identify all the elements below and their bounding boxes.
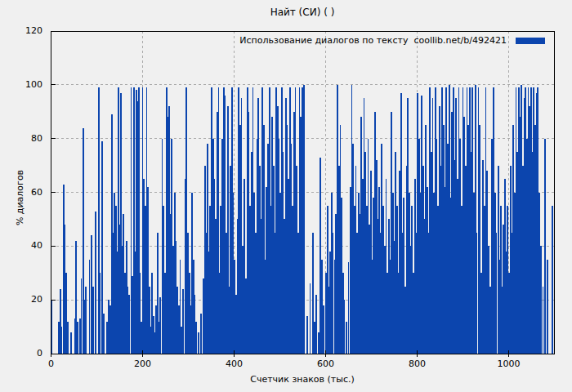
data-bar (340, 125, 342, 354)
data-bar (77, 322, 78, 354)
data-bar (279, 193, 281, 354)
data-bar (537, 87, 538, 354)
data-bar (529, 106, 530, 354)
data-bar (471, 87, 473, 354)
data-bar (101, 141, 103, 354)
data-bar (237, 219, 239, 354)
data-bar (459, 139, 461, 354)
data-bar (344, 300, 346, 354)
data-bar (552, 206, 553, 354)
data-bar (164, 273, 166, 354)
data-bar (141, 322, 142, 354)
data-bar (433, 193, 435, 354)
data-bar (65, 273, 67, 354)
data-bar (362, 179, 364, 354)
data-bar (373, 198, 374, 354)
data-bar (235, 295, 237, 354)
data-bar (520, 117, 521, 354)
x-axis-label: Счетчик знаков (тыс.) (51, 374, 554, 385)
data-bar (445, 187, 446, 354)
data-bar (151, 273, 153, 354)
data-bar (368, 139, 369, 354)
data-bar (194, 295, 195, 354)
x-tick-label: 200 (118, 359, 168, 369)
data-bar (244, 179, 245, 354)
data-bar (187, 233, 189, 354)
data-bar (293, 112, 295, 354)
data-bar (374, 112, 376, 354)
data-bar (306, 316, 308, 354)
data-bar (142, 87, 144, 354)
data-bar (315, 295, 317, 354)
data-bar (440, 166, 442, 354)
data-bar (60, 327, 62, 354)
data-bar (128, 295, 130, 354)
x-tick-label: 0 (27, 359, 76, 369)
data-bar (350, 187, 351, 354)
data-bar (257, 98, 259, 354)
y-axis-label: % диалогов (15, 170, 25, 225)
data-bar (147, 187, 149, 354)
data-bar (547, 260, 548, 354)
data-bar (263, 125, 265, 354)
data-bar (219, 273, 221, 354)
data-bar (115, 206, 117, 354)
data-bar (372, 260, 373, 354)
data-bar (364, 98, 365, 354)
data-bar (457, 179, 458, 354)
data-bar (395, 152, 396, 354)
data-bar (403, 198, 404, 354)
data-bar (267, 144, 269, 354)
data-bar (145, 206, 146, 354)
data-bar (259, 166, 261, 354)
data-bar (312, 233, 314, 354)
data-bar (341, 198, 342, 354)
data-bar (299, 87, 301, 354)
data-bar (475, 85, 476, 354)
data-bar (269, 87, 270, 354)
data-bar (392, 193, 394, 354)
data-bar (400, 93, 402, 354)
data-bar (346, 322, 347, 354)
data-bar (214, 179, 216, 354)
data-bar (524, 98, 525, 354)
data-bar (388, 219, 390, 354)
y-tick-label: 0 (0, 349, 42, 359)
data-bar (113, 233, 114, 354)
data-bar (175, 241, 177, 354)
data-bar (331, 193, 333, 354)
data-bar (399, 171, 400, 354)
data-bar (207, 144, 208, 354)
data-bar (413, 273, 414, 354)
data-bar (273, 166, 275, 354)
data-bar (89, 260, 91, 354)
data-bar (356, 233, 358, 354)
y-tick-label: 120 (0, 26, 42, 36)
data-bar (387, 273, 388, 354)
data-bar (91, 235, 92, 354)
data-bar (191, 193, 193, 354)
data-bar (435, 87, 436, 354)
data-bar (231, 87, 233, 354)
data-bar (124, 273, 126, 354)
data-bar (323, 305, 324, 354)
data-bar (168, 106, 170, 354)
data-bar (131, 87, 132, 354)
data-bar (245, 278, 247, 354)
data-bar (402, 233, 404, 354)
data-bar (540, 246, 542, 354)
data-bar (467, 87, 468, 354)
data-bar (498, 166, 499, 354)
data-bar (482, 160, 484, 354)
data-bar (484, 206, 485, 354)
data-bar (162, 139, 163, 354)
data-bar (512, 233, 513, 354)
data-bar (242, 246, 244, 354)
data-bar (518, 87, 520, 354)
data-bar (534, 125, 536, 354)
data-bar (432, 98, 434, 354)
data-bar (378, 187, 380, 354)
data-bar (81, 278, 83, 354)
data-bar (364, 152, 366, 354)
data-bar (455, 98, 457, 354)
